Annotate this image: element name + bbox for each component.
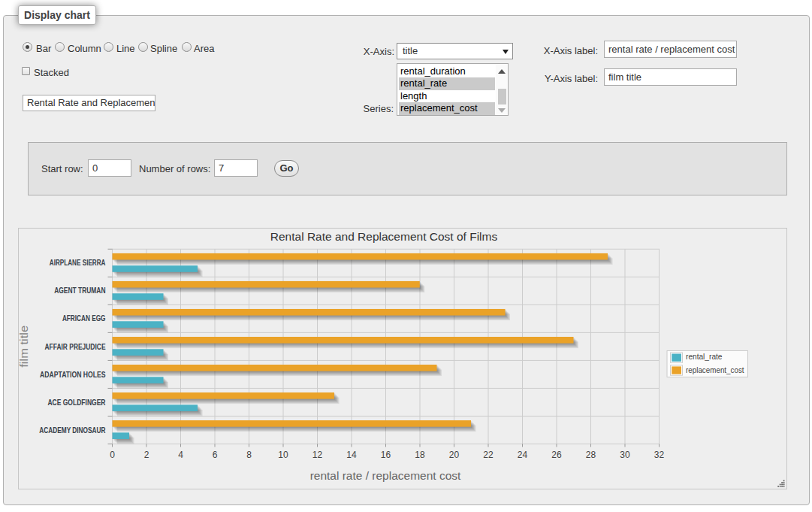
- svg-text:replacement_cost: replacement_cost: [686, 366, 744, 374]
- svg-text:AFFAIR PREJUDICE: AFFAIR PREJUDICE: [45, 343, 106, 351]
- svg-text:20: 20: [449, 450, 460, 460]
- svg-text:16: 16: [381, 450, 391, 460]
- svg-text:rental rate / replacement cost: rental rate / replacement cost: [310, 469, 461, 482]
- svg-text:10: 10: [278, 450, 288, 460]
- svg-text:4: 4: [178, 450, 183, 460]
- svg-text:30: 30: [620, 450, 630, 460]
- svg-text:14: 14: [346, 450, 357, 460]
- svg-text:28: 28: [586, 450, 596, 460]
- svg-text:24: 24: [518, 450, 528, 460]
- svg-text:ACE GOLDFINGER: ACE GOLDFINGER: [47, 398, 106, 407]
- svg-text:26: 26: [551, 450, 562, 460]
- svg-text:12: 12: [312, 450, 323, 460]
- svg-text:rental_rate: rental_rate: [686, 353, 723, 361]
- svg-text:22: 22: [483, 450, 494, 460]
- svg-text:Rental Rate and Replacement Co: Rental Rate and Replacement Cost of Film…: [270, 230, 498, 243]
- svg-text:2: 2: [144, 450, 149, 460]
- svg-text:18: 18: [415, 450, 425, 460]
- svg-text:AFRICAN EGG: AFRICAN EGG: [62, 314, 106, 323]
- svg-text:AIRPLANE SIERRA: AIRPLANE SIERRA: [50, 259, 106, 267]
- svg-text:AGENT TRUMAN: AGENT TRUMAN: [54, 286, 105, 295]
- svg-text:ACADEMY DINOSAUR: ACADEMY DINOSAUR: [39, 426, 106, 435]
- svg-text:ADAPTATION HOLES: ADAPTATION HOLES: [40, 371, 106, 379]
- svg-text:32: 32: [654, 450, 665, 460]
- svg-text:6: 6: [213, 450, 218, 460]
- svg-text:8: 8: [246, 450, 252, 460]
- svg-text:film title: film title: [18, 326, 31, 368]
- svg-text:0: 0: [110, 450, 115, 460]
